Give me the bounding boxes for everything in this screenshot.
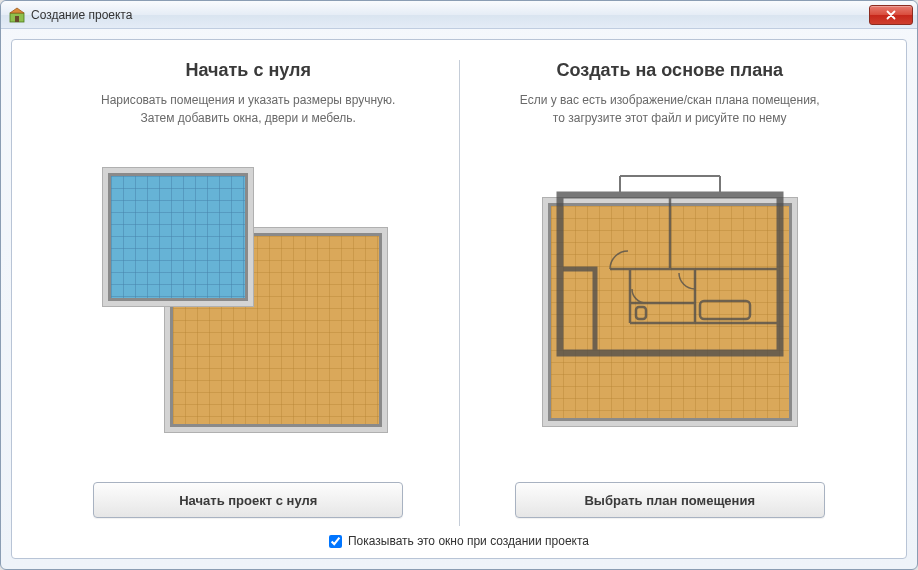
- show-on-create-checkbox[interactable]: [329, 535, 342, 548]
- svg-marker-1: [10, 8, 24, 13]
- option-from-plan: Создать на основе плана Если у вас есть …: [464, 60, 877, 526]
- desc-right: Если у вас есть изображение/скан плана п…: [520, 91, 820, 127]
- svg-rect-4: [700, 301, 750, 319]
- desc-left: Нарисовать помещения и указать размеры в…: [101, 91, 395, 127]
- illust-blue-grid: [108, 173, 248, 301]
- heading-right: Создать на основе плана: [556, 60, 783, 81]
- close-button[interactable]: [869, 5, 913, 25]
- dialog-window: Создание проекта Начать с нуля Нарисоват…: [0, 0, 918, 570]
- choose-plan-button[interactable]: Выбрать план помещения: [515, 482, 825, 518]
- close-icon: [886, 10, 896, 20]
- svg-rect-2: [15, 16, 19, 22]
- column-divider: [459, 60, 460, 526]
- option-start-from-scratch: Начать с нуля Нарисовать помещения и ука…: [42, 60, 455, 526]
- titlebar[interactable]: Создание проекта: [1, 1, 917, 29]
- heading-left: Начать с нуля: [186, 60, 312, 81]
- illustration-from-plan: [530, 141, 810, 464]
- illustration-from-scratch: [108, 141, 388, 464]
- content-panel: Начать с нуля Нарисовать помещения и ука…: [11, 39, 907, 559]
- client-area: Начать с нуля Нарисовать помещения и ука…: [1, 29, 917, 569]
- svg-rect-3: [636, 307, 646, 319]
- footer: Показывать это окно при создании проекта: [42, 526, 876, 550]
- window-title: Создание проекта: [31, 8, 869, 22]
- floorplan-overlay-icon: [540, 173, 800, 373]
- show-on-create-label[interactable]: Показывать это окно при создании проекта: [348, 534, 589, 548]
- columns: Начать с нуля Нарисовать помещения и ука…: [42, 60, 876, 526]
- app-icon: [9, 7, 25, 23]
- start-from-scratch-button[interactable]: Начать проект с нуля: [93, 482, 403, 518]
